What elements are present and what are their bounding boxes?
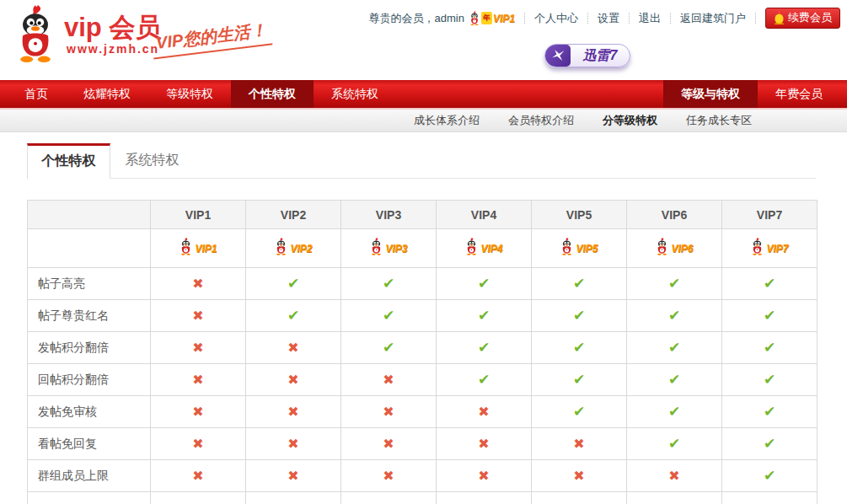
cross-icon: ✖ [383,437,394,451]
privilege-cell: ✔ [341,268,437,300]
privilege-label: 群组成员上限 [28,460,151,492]
cross-icon: ✖ [573,469,584,483]
check-icon: ✔ [287,276,299,292]
cross-icon: ✖ [383,405,394,419]
sub-nav-item[interactable]: 会员特权介绍 [494,110,588,131]
cross-icon: ✖ [383,373,394,387]
sub-nav-item[interactable]: 成长体系介绍 [399,110,494,131]
cross-icon: ✖ [478,405,489,419]
main-nav-left: 首页炫耀特权等级特权个性特权系统特权 [0,80,396,108]
vip-penguin-badge: VIP5 [560,238,598,260]
cross-icon: ✖ [478,437,489,451]
check-icon: ✔ [478,340,490,356]
privilege-cell: ✖ [246,460,341,492]
privilege-label: 发帖积分翻倍 [28,332,151,364]
check-icon: ✔ [478,308,490,324]
vip-level-text: VIP1 [493,13,515,24]
xunlei-bird-icon [545,45,571,67]
year-member-tag: 年 [481,12,492,24]
table-row: 帖子高亮✖✔✔✔✔✔✔ [28,268,818,300]
main-nav-item[interactable]: 年费会员 [758,80,840,108]
privilege-cell: ✖ [437,460,532,492]
check-icon: ✔ [383,308,394,324]
table-row-partial [28,492,818,504]
check-icon: ✔ [383,340,394,356]
cross-icon: ✖ [287,373,298,387]
table-row: 回帖积分翻倍✖✖✖✔✔✔✔ [28,364,818,396]
user-bar: 尊贵的会员， admin 年 VIP1 个人中心设置退出返回建筑门户 续费会员 [369,8,840,29]
column-header: VIP1 [151,201,246,229]
user-link[interactable]: 返回建筑门户 [680,11,746,26]
check-icon: ✔ [573,308,585,324]
cross-icon: ✖ [287,405,298,419]
privilege-cell: ✔ [722,460,818,492]
tab-active[interactable]: 个性特权 [27,143,110,179]
privilege-cell: ✖ [246,332,341,364]
privilege-cell: ✖ [437,396,532,428]
check-icon: ✔ [668,308,680,324]
cross-icon: ✖ [192,308,203,323]
main-nav-item[interactable]: 个性特权 [231,80,314,108]
privilege-cell: ✖ [341,364,437,396]
privilege-label: 发帖免审核 [28,396,151,428]
empty-cell [532,492,627,504]
main-nav-item[interactable]: 等级特权 [148,80,231,108]
privilege-cell: ✖ [151,460,246,492]
privilege-cell: ✔ [341,300,437,332]
privilege-cell: ✔ [722,396,818,428]
vip-icon-cell: VIP5 [532,229,627,268]
vip-penguin-badge: VIP4 [464,238,502,260]
sub-nav-item[interactable]: 任务成长专区 [672,110,766,131]
check-icon: ✔ [764,436,775,452]
user-link[interactable]: 个人中心 [534,11,578,26]
main-nav-item[interactable]: 系统特权 [314,80,396,108]
vip-icon-cell: VIP2 [246,229,341,268]
penguin-vip-icon [750,238,764,260]
cross-icon: ✖ [192,340,203,355]
site-header: vip 会员 www.jzmh.cn VIP您的生活！ 尊贵的会员， admin… [0,0,847,80]
column-header: VIP3 [341,201,437,229]
privilege-cell: ✔ [437,268,532,300]
empty-cell [246,492,341,504]
vip-icon-label: VIP6 [671,243,693,255]
check-icon: ✔ [573,276,585,292]
main-nav-item[interactable]: 炫耀特权 [66,80,148,108]
penguin-vip-icon [274,238,288,260]
empty-cell [341,492,437,504]
privilege-label: 回帖积分翻倍 [28,364,151,396]
vip-icon-cell: VIP4 [437,229,532,268]
privilege-cell: ✔ [341,332,437,364]
cross-icon: ✖ [668,469,679,483]
privilege-label: 看帖免回复 [28,428,151,460]
privilege-label: 帖子尊贵红名 [28,300,151,332]
column-header: VIP6 [627,201,722,229]
privilege-cell: ✖ [341,396,437,428]
vip-level-badge: 年 VIP1 [469,11,515,26]
privilege-cell: ✖ [532,428,627,460]
thunder7-button[interactable]: 迅雷7 [544,44,630,67]
vip-icon-cell: VIP3 [341,229,437,268]
main-nav-item[interactable]: 等级与特权 [663,80,758,108]
renew-membership-button[interactable]: 续费会员 [765,8,840,29]
cross-icon: ✖ [383,469,394,483]
check-icon: ✔ [764,308,775,324]
column-header: VIP5 [532,201,627,229]
cross-icon: ✖ [287,340,298,355]
privilege-cell: ✖ [246,396,341,428]
user-link[interactable]: 设置 [598,11,619,26]
tab-inactive[interactable]: 系统特权 [110,143,194,179]
logo-title: vip 会员 [64,10,161,46]
user-link[interactable]: 退出 [639,11,661,26]
cross-icon: ✖ [192,276,203,291]
qq-penguin-logo-icon [12,4,59,65]
empty-cell [627,492,722,504]
check-icon: ✔ [573,340,585,356]
vip-icon-label: VIP1 [195,243,217,255]
main-nav-item[interactable]: 首页 [7,80,66,108]
table-row: 看帖免回复✖✖✖✖✖✔✔ [28,428,818,460]
sub-nav-item[interactable]: 分等级特权 [588,110,672,131]
vip-penguin-badge: VIP3 [369,238,407,260]
privilege-cell: ✔ [437,300,532,332]
cross-icon: ✖ [192,469,203,483]
privilege-cell: ✖ [246,428,341,460]
